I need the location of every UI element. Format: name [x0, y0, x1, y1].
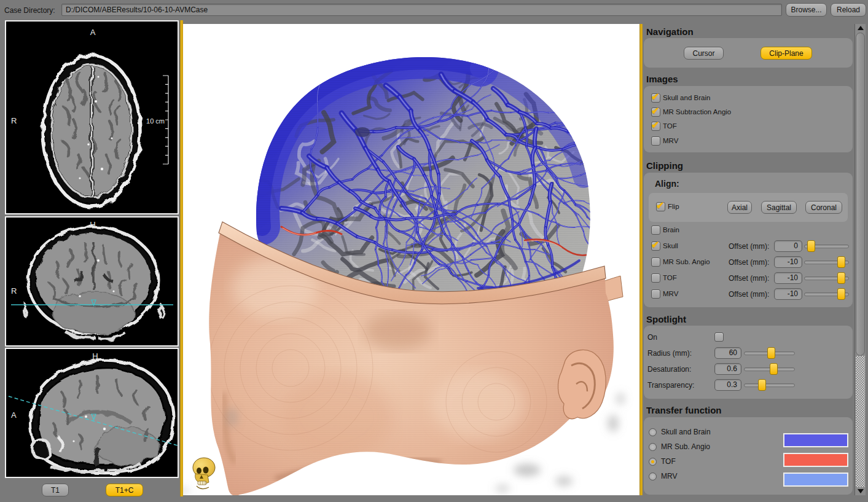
clip-mrsub-checkbox[interactable] — [651, 257, 660, 267]
desaturation-slider[interactable] — [744, 363, 795, 375]
mrv-offset-field[interactable]: -10 — [774, 288, 802, 300]
mrv-offset-slider[interactable] — [804, 288, 849, 300]
align-label: Align: — [655, 179, 679, 189]
scrollbar-track[interactable] — [856, 356, 865, 487]
align-sagittal-button[interactable]: Sagittal — [761, 201, 797, 214]
clip-skull-label: Skull — [663, 242, 678, 249]
offset-label: Offset (mm): — [729, 274, 769, 283]
tf-mrsub-label: MR Sub. Angio — [661, 442, 710, 451]
skull-offset-field[interactable]: 0 — [774, 240, 802, 252]
slider-handle[interactable] — [807, 240, 815, 252]
tof-offset-slider[interactable] — [804, 272, 849, 284]
spotlight-on-label: On — [647, 333, 657, 342]
mr-subtraction-angio-label: MR Subtraction Angio — [663, 108, 731, 116]
tof-label: TOF — [663, 122, 677, 130]
slider-handle[interactable] — [837, 288, 845, 300]
tf-color-swatch-mrv[interactable] — [783, 473, 848, 487]
offset-label: Offset (mm): — [729, 258, 769, 267]
tof-offset-field[interactable]: -10 — [774, 272, 802, 284]
slider-handle[interactable] — [837, 256, 845, 268]
sagittal-slice-view[interactable]: H A — [5, 348, 179, 478]
orientation-label-h: H — [90, 220, 95, 229]
offset-label: Offset (mm): — [729, 242, 769, 251]
panel-scrollbar[interactable] — [854, 24, 866, 495]
images-group: Skull and Brain MR Subtraction Angio TOF… — [644, 86, 853, 152]
slider-groove[interactable] — [744, 383, 795, 387]
mrv-label: MRV — [663, 137, 678, 144]
sagittal-mri-image: H A — [6, 349, 178, 477]
tf-tof-radio[interactable] — [649, 458, 657, 466]
skull-and-brain-label: Skull and Brain — [663, 94, 710, 101]
desaturation-label: Desaturation: — [647, 365, 691, 374]
clip-mrv-label: MRV — [663, 290, 678, 297]
align-axial-button[interactable]: Axial — [727, 201, 752, 214]
axial-slice-view[interactable]: 10 cm A R — [5, 20, 179, 214]
radius-slider[interactable] — [744, 347, 795, 359]
tf-mrv-label: MRV — [661, 472, 677, 480]
orientation-label-r: R — [11, 286, 17, 296]
tf-color-swatch-tof[interactable] — [783, 453, 848, 467]
mrv-checkbox[interactable] — [651, 136, 660, 146]
volume-render-viewport[interactable] — [183, 24, 639, 495]
clipping-title: Clipping — [646, 160, 683, 171]
skull-offset-slider[interactable] — [804, 240, 849, 252]
orientation-label-r: R — [11, 116, 17, 125]
images-title: Images — [646, 74, 678, 84]
slider-handle[interactable] — [837, 272, 845, 284]
coronal-mri-image: H R — [6, 218, 178, 345]
coronal-slice-view[interactable]: H R — [5, 216, 179, 347]
tf-skull-and-brain-radio[interactable] — [649, 428, 657, 436]
navigation-group: Cursor Clip-Plane — [644, 38, 853, 68]
align-coronal-button[interactable]: Coronal — [805, 201, 842, 214]
spotlight-on-checkbox[interactable] — [714, 332, 724, 342]
tf-skull-and-brain-label: Skull and Brain — [661, 428, 711, 436]
scrollbar-down-arrow[interactable] — [855, 487, 866, 495]
clip-skull-checkbox[interactable] — [651, 241, 660, 251]
browse-button[interactable]: Browse... — [786, 3, 827, 17]
ruler-label: 10 cm — [146, 117, 165, 125]
transfer-function-group: Skull and Brain MR Sub. Angio TOF MRV — [644, 417, 853, 495]
flip-checkbox[interactable] — [656, 202, 665, 211]
skull-and-brain-checkbox[interactable] — [651, 93, 660, 103]
control-panel: Navigation Cursor Clip-Plane Images Skul… — [643, 24, 854, 495]
reload-button[interactable]: Reload — [831, 3, 866, 17]
orientation-label-a: A — [11, 410, 17, 420]
mrsub-offset-field[interactable]: -10 — [774, 256, 802, 268]
mrsub-offset-slider[interactable] — [804, 256, 849, 268]
offset-label: Offset (mm): — [729, 290, 769, 299]
slider-handle[interactable] — [758, 379, 766, 391]
t1-button[interactable]: T1 — [42, 484, 69, 496]
cursor-button[interactable]: Cursor — [684, 47, 724, 60]
t1c-button[interactable]: T1+C — [106, 484, 143, 496]
scrollbar-up-arrow[interactable] — [855, 24, 866, 32]
spotlight-group: On Radius (mm): 60 Desaturation: 0.6 Tra… — [644, 326, 853, 399]
align-group: Flip Axial Sagittal Coronal — [649, 193, 848, 222]
application-window: { "window": {"bg": "#7a7a7a", "accent_ye… — [0, 0, 868, 502]
desaturation-field[interactable]: 0.6 — [714, 363, 741, 375]
transparency-field[interactable]: 0.3 — [714, 379, 741, 391]
tf-mrsub-radio[interactable] — [649, 443, 657, 451]
radius-field[interactable]: 60 — [714, 347, 741, 359]
clip-tof-checkbox[interactable] — [651, 273, 660, 283]
orientation-skull-icon[interactable] — [193, 458, 215, 489]
orientation-label-a: A — [90, 28, 96, 37]
mr-subtraction-angio-checkbox[interactable] — [651, 108, 660, 117]
spotlight-title: Spotlight — [646, 314, 686, 324]
clip-mrsub-label: MR Sub. Angio — [663, 258, 710, 265]
case-directory-input[interactable]: D:/DICOM/ABEResults/10-06-10-AVMCase — [61, 4, 782, 16]
radius-label: Radius (mm): — [647, 349, 692, 358]
transfer-function-title: Transfer function — [646, 405, 722, 415]
slider-handle[interactable] — [767, 347, 775, 359]
clip-plane-button[interactable]: Clip-Plane — [760, 47, 812, 60]
clip-brain-checkbox[interactable] — [651, 226, 660, 235]
clip-tof-label: TOF — [663, 274, 677, 281]
tf-mrv-radio[interactable] — [649, 473, 657, 480]
clipping-group: Align: Flip Axial Sagittal Coronal Brain… — [644, 173, 853, 307]
tf-color-swatch-skull-brain[interactable] — [783, 433, 848, 447]
clip-mrv-checkbox[interactable] — [651, 289, 660, 299]
scrollbar-thumb[interactable] — [856, 33, 865, 356]
tof-checkbox[interactable] — [651, 122, 660, 131]
slider-handle[interactable] — [770, 363, 778, 375]
transparency-slider[interactable] — [744, 379, 795, 391]
orientation-label-h: H — [92, 351, 98, 361]
